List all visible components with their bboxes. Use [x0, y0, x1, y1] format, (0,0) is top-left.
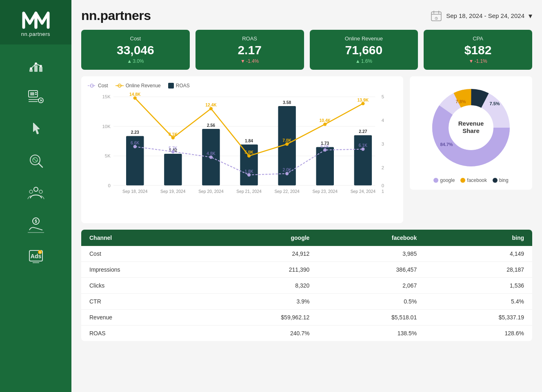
svg-point-74: [171, 150, 175, 153]
cell-google: 8,320: [202, 278, 318, 294]
svg-point-17: [34, 187, 38, 191]
cell-bing: 1,536: [425, 278, 532, 294]
nav-item-audit[interactable]: [20, 146, 52, 175]
sidebar-logo: nn.partners: [0, 0, 71, 44]
table-row: Impressions 211,390 386,457 28,187: [81, 262, 532, 278]
kpi-cost: Cost 33,046 ▲ 3.0%: [81, 30, 190, 70]
svg-text:6.1K: 6.1K: [359, 143, 367, 148]
svg-text:5: 5: [382, 94, 384, 99]
svg-text:5.7K: 5.7K: [169, 146, 177, 151]
cell-facebook: $5,518.01: [318, 310, 425, 326]
header: nn.partners Sep 18, 2024 - Sep 24, 2024 …: [81, 8, 532, 23]
charts-section: Cost Online Revenue ROAS 15K 10K 5K 0: [81, 76, 532, 223]
svg-rect-5: [39, 67, 42, 72]
svg-point-61: [209, 107, 213, 110]
date-range-selector[interactable]: Sep 18, 2024 - Sep 24, 2024 ▾: [431, 10, 532, 22]
cell-bing: 128.6%: [425, 326, 532, 341]
kpi-revenue-label: Online Revenue: [345, 35, 383, 42]
cell-metric: Revenue: [81, 310, 202, 326]
logo-icon: [22, 9, 50, 29]
svg-text:5.0K: 5.0K: [244, 150, 253, 155]
svg-point-76: [247, 173, 251, 177]
combo-chart-svg: 15K 10K 5K 0 5 4 3 2 1 0 2.23: [88, 93, 397, 215]
svg-text:1.84: 1.84: [245, 139, 253, 143]
cell-metric: Cost: [81, 246, 202, 262]
bar-sep19: [164, 154, 182, 186]
svg-text:Sep 18, 2024: Sep 18, 2024: [122, 189, 148, 194]
svg-text:1: 1: [382, 189, 384, 194]
kpi-cards: Cost 33,046 ▲ 3.0% ROAS 2.17 ▼ -1.4% Onl…: [81, 30, 532, 70]
svg-text:$: $: [35, 219, 37, 224]
bar-sep23: [316, 147, 334, 185]
nav-item-revenue[interactable]: $: [20, 210, 52, 239]
cell-bing: $5,337.19: [425, 310, 532, 326]
donut-google-pct: 84.7%: [440, 142, 453, 147]
svg-text:2.23: 2.23: [131, 130, 139, 135]
donut-chart: Revenue Share 84.7% 7.8% 7.5% google fac…: [410, 76, 532, 190]
page-title: nn.partners: [81, 8, 151, 23]
svg-point-62: [247, 154, 251, 157]
svg-text:2.0K: 2.0K: [283, 168, 291, 172]
kpi-revenue-value: 71,660: [345, 43, 382, 57]
svg-text:4.8K: 4.8K: [207, 151, 215, 156]
donut-center-title: Revenue: [458, 120, 484, 127]
date-range-chevron[interactable]: ▾: [529, 11, 532, 20]
nav-item-audience[interactable]: [20, 178, 52, 207]
cell-bing: 28,187: [425, 262, 532, 278]
donut-bing-pct: 7.5%: [489, 101, 500, 106]
donut-legend-bing: bing: [493, 177, 509, 183]
svg-rect-3: [29, 69, 33, 72]
svg-point-63: [285, 142, 289, 146]
svg-text:3: 3: [382, 142, 384, 146]
svg-text:0: 0: [108, 183, 110, 188]
combo-chart: Cost Online Revenue ROAS 15K 10K 5K 0: [81, 76, 403, 223]
svg-point-75: [209, 155, 213, 159]
table-header-row: Channel google facebook bing: [81, 230, 532, 246]
table-row: Clicks 8,320 2,067 1,536: [81, 278, 532, 294]
svg-text:12.4K: 12.4K: [205, 103, 217, 107]
nav-item-clicks[interactable]: [20, 115, 52, 143]
svg-text:6.0K: 6.0K: [321, 144, 329, 149]
svg-text:Sep 19, 2024: Sep 19, 2024: [160, 189, 186, 194]
col-facebook: facebook: [318, 230, 425, 246]
svg-point-18: [29, 190, 33, 193]
svg-text:2: 2: [382, 165, 384, 170]
svg-point-59: [133, 96, 137, 100]
kpi-roas-label: ROAS: [242, 35, 257, 42]
ads-icon: Ads $: [27, 247, 45, 265]
svg-text:0: 0: [382, 183, 384, 188]
cell-google: 24,912: [202, 246, 318, 262]
table-row: Cost 24,912 3,985 4,149: [81, 246, 532, 262]
donut-legend: google facebook bing: [433, 177, 508, 183]
cell-google: 3.9%: [202, 294, 318, 310]
table-row: ROAS 240.7% 138.5% 128.6%: [81, 326, 532, 341]
legend-cost: Cost: [88, 83, 108, 89]
nav-item-ads[interactable]: Ads $: [20, 242, 52, 270]
svg-point-78: [323, 148, 327, 152]
kpi-cpa-value: $182: [464, 43, 492, 57]
cell-google: 240.7%: [202, 326, 318, 341]
donut-chart-svg: Revenue Share 84.7% 7.8% 7.5%: [426, 83, 516, 173]
svg-text:3.58: 3.58: [283, 100, 291, 105]
donut-google-label: google: [440, 177, 455, 183]
cell-facebook: 138.5%: [318, 326, 425, 341]
nav-item-analytics[interactable]: [20, 51, 52, 80]
svg-text:2.27: 2.27: [359, 129, 367, 134]
kpi-revenue-change: ▲ 1.6%: [355, 58, 372, 64]
table-row: CTR 3.9% 0.5% 5.4%: [81, 294, 532, 310]
cell-facebook: 3,985: [318, 246, 425, 262]
legend-cost-icon: [88, 83, 96, 88]
svg-text:2.56: 2.56: [207, 123, 215, 128]
audit-icon: [27, 152, 45, 170]
analytics-icon: [27, 56, 45, 74]
main-content: nn.partners Sep 18, 2024 - Sep 24, 2024 …: [71, 0, 542, 392]
cell-bing: 4,149: [425, 246, 532, 262]
cell-facebook: 2,067: [318, 278, 425, 294]
svg-text:Sep 21, 2024: Sep 21, 2024: [236, 189, 262, 194]
cell-metric: ROAS: [81, 326, 202, 341]
donut-facebook-label: facebook: [467, 177, 487, 183]
cell-google: $59,962.12: [202, 310, 318, 326]
nav-item-content[interactable]: [20, 83, 52, 111]
svg-text:13.9K: 13.9K: [358, 98, 369, 102]
svg-point-65: [361, 102, 364, 105]
